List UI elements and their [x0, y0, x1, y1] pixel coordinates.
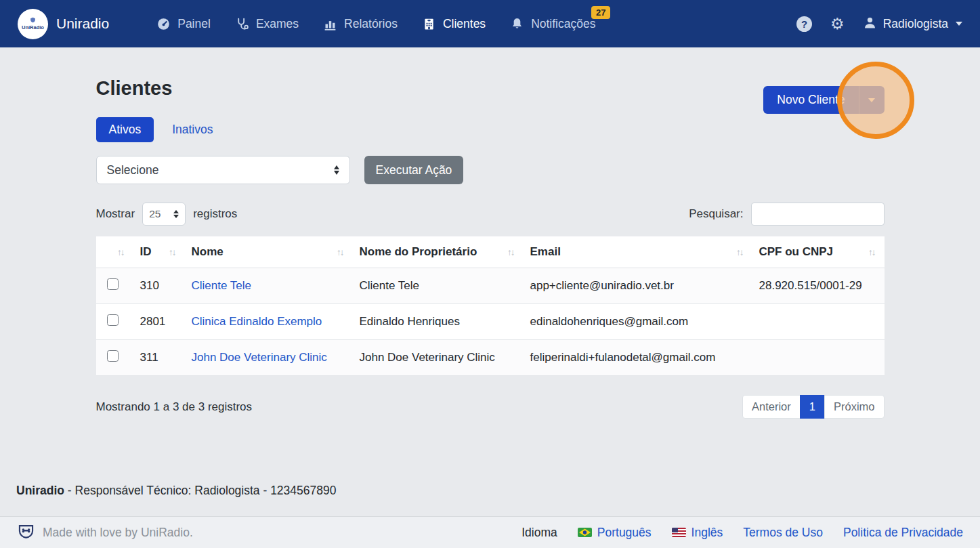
show-label: Mostrar: [96, 207, 135, 221]
help-icon[interactable]: ?: [796, 16, 812, 32]
cell-id: 311: [133, 340, 185, 376]
execute-action-button[interactable]: Executar Ação: [364, 156, 464, 184]
tab-ativos[interactable]: Ativos: [96, 117, 154, 142]
user-menu[interactable]: Radiologista: [863, 16, 962, 33]
column-header-select[interactable]: ↑↓: [96, 236, 133, 268]
chevron-down-icon: [868, 98, 875, 102]
nav-item-relatorios[interactable]: Relatórios: [323, 17, 398, 31]
sort-icon: ↑↓: [117, 247, 127, 257]
column-header-email[interactable]: Email↑↓: [524, 236, 752, 268]
user-name: Radiologista: [883, 17, 948, 31]
client-name-link[interactable]: Cliente Tele: [192, 279, 252, 292]
row-checkbox[interactable]: [107, 350, 119, 362]
footer-links: Idioma Português Inglês Termos de Uso Po…: [521, 526, 963, 540]
table-row: 2801 Clinica Edinaldo Exemplo Edinaldo H…: [96, 304, 885, 340]
select-arrows-icon: [173, 210, 179, 218]
bell-icon: [510, 17, 524, 31]
main-content: Clientes Novo Cliente Ativos Inativos Se…: [96, 47, 885, 419]
pagination-previous[interactable]: Anterior: [742, 395, 801, 419]
tab-inativos[interactable]: Inativos: [172, 123, 213, 137]
table-row: 311 John Doe Veterinary Clinic John Doe …: [96, 340, 885, 376]
hospital-icon: [422, 17, 436, 31]
search-label: Pesquisar:: [689, 207, 743, 221]
nav-item-label: Clientes: [443, 17, 486, 31]
records-summary: Mostrando 1 a 3 de 3 registros: [96, 400, 253, 414]
nav-item-clientes[interactable]: Clientes: [422, 17, 486, 31]
gauge-icon: [156, 17, 171, 31]
cell-email: feliperinaldi+fulanodetal@gmail.com: [524, 340, 752, 376]
search-input[interactable]: [751, 203, 885, 226]
logo-text: UniRadio: [22, 25, 44, 30]
page-size-control: Mostrar 25 registros: [96, 203, 238, 226]
cell-email: app+cliente@uniradio.vet.br: [524, 268, 752, 304]
new-client-button[interactable]: Novo Cliente: [763, 86, 858, 114]
us-flag-icon: [672, 528, 686, 537]
client-name-link[interactable]: Clinica Edinaldo Exemplo: [192, 315, 322, 328]
column-header-proprietario[interactable]: Nome do Proprietário↑↓: [353, 236, 524, 268]
stethoscope-icon: [235, 17, 249, 31]
footer-technical-info: - Responsável Técnico: Radiologista - 12…: [68, 484, 337, 497]
cell-id: 310: [133, 268, 185, 304]
cell-cpf-cnpj: 28.920.515/0001-29: [752, 268, 885, 304]
row-checkbox[interactable]: [107, 278, 119, 290]
table-header-row: ↑↓ ID↑↓ Nome↑↓ Nome do Proprietário↑↓ Em…: [96, 236, 885, 268]
brand-name: Uniradio: [56, 16, 109, 32]
column-header-id[interactable]: ID↑↓: [133, 236, 185, 268]
pagination-current-page[interactable]: 1: [800, 395, 825, 419]
sort-icon: ↑↓: [868, 247, 878, 257]
nav-item-notificacoes[interactable]: Notificações 27: [510, 17, 595, 31]
footer-bar: Made with love by UniRadio. Idioma Portu…: [0, 516, 980, 548]
cell-id: 2801: [133, 304, 185, 340]
nav-item-label: Exames: [256, 17, 299, 31]
cell-cpf-cnpj: [752, 304, 885, 340]
page-size-value: 25: [149, 208, 161, 220]
new-client-dropdown-toggle[interactable]: [859, 86, 885, 114]
records-label: registros: [193, 207, 237, 221]
shield-bone-icon: [17, 522, 35, 543]
language-label: Idioma: [521, 526, 557, 540]
sort-icon: ↑↓: [169, 247, 178, 257]
client-name-link[interactable]: John Doe Veterinary Clinic: [192, 351, 327, 364]
nav-item-painel[interactable]: Painel: [156, 17, 211, 31]
pagination: Anterior 1 Próximo: [742, 395, 884, 419]
column-header-nome[interactable]: Nome↑↓: [185, 236, 353, 268]
gear-icon[interactable]: ⚙: [830, 16, 845, 32]
table-footer: Mostrando 1 a 3 de 3 registros Anterior …: [96, 395, 885, 419]
uniradio-logo: UniRadio: [18, 9, 48, 39]
action-select-value: Selecione: [107, 163, 159, 177]
language-english-link[interactable]: Inglês: [672, 526, 723, 540]
column-header-cpf-cnpj[interactable]: CPF ou CNPJ↑↓: [752, 236, 885, 268]
notifications-badge: 27: [591, 6, 610, 19]
table-row: 310 Cliente Tele Cliente Tele app+client…: [96, 268, 885, 304]
cell-proprietario: John Doe Veterinary Clinic: [353, 340, 524, 376]
action-select[interactable]: Selecione: [96, 156, 350, 184]
sort-icon: ↑↓: [736, 247, 746, 257]
language-portuguese-link[interactable]: Português: [578, 526, 652, 540]
brand[interactable]: UniRadio Uniradio: [18, 9, 109, 39]
nav-item-exames[interactable]: Exames: [235, 17, 299, 31]
cell-email: edinaldohenriques@gmail.com: [524, 304, 752, 340]
nav-item-label: Notificações: [531, 17, 595, 31]
made-with-text: Made with love by UniRadio.: [43, 526, 193, 540]
cell-cpf-cnpj: [752, 340, 885, 376]
new-client-button-group: Novo Cliente: [763, 86, 884, 114]
top-navbar: UniRadio Uniradio Painel Exames: [0, 0, 980, 47]
list-controls: Mostrar 25 registros Pesquisar:: [96, 203, 885, 226]
search-control: Pesquisar:: [689, 203, 884, 226]
terms-of-use-link[interactable]: Termos de Uso: [743, 526, 823, 540]
logo-shield-icon: [30, 17, 36, 24]
bar-chart-icon: [323, 17, 337, 31]
chevron-down-icon: [956, 22, 962, 26]
technical-footer: Uniradio - Responsável Técnico: Radiolog…: [16, 484, 336, 498]
nav-item-label: Painel: [177, 17, 211, 31]
navbar-right: ? ⚙ Radiologista: [796, 16, 962, 33]
pagination-next[interactable]: Próximo: [824, 395, 885, 419]
nav-item-label: Relatórios: [344, 17, 398, 31]
nav-menu: Painel Exames Relatórios Clientes: [156, 17, 796, 31]
page-size-select[interactable]: 25: [142, 203, 186, 226]
app-screen: UniRadio Uniradio Painel Exames: [0, 0, 980, 548]
bulk-action-row: Selecione Executar Ação: [96, 156, 885, 184]
privacy-policy-link[interactable]: Politica de Privacidade: [843, 526, 963, 540]
row-checkbox[interactable]: [107, 314, 119, 326]
brazil-flag-icon: [578, 528, 592, 537]
